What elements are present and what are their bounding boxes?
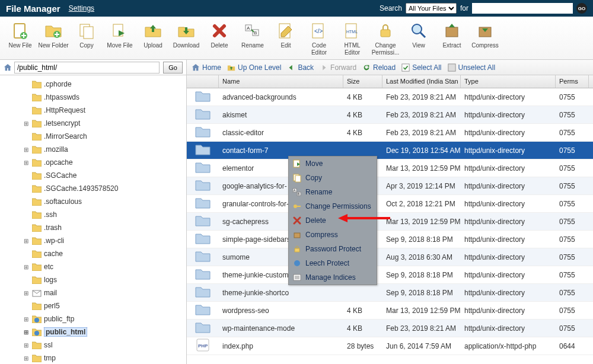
file-row[interactable]: simple-page-sidebarsSep 9, 2018 8:18 PMh… <box>187 231 593 248</box>
toolbar-change-permissions[interactable]: Change Permissi... <box>370 19 401 58</box>
file-row[interactable]: wordpress-seo4 KBMar 13, 2019 12:59 PMht… <box>187 302 593 320</box>
tree-item[interactable]: .MirrorSearch <box>0 130 186 143</box>
tree-item[interactable]: ⊞public_html <box>0 325 186 339</box>
svg-rect-34 <box>296 206 301 207</box>
tree-item[interactable]: .trash <box>0 221 186 234</box>
file-row[interactable]: granular-controls-for-Oct 2, 2018 12:21 … <box>187 195 593 213</box>
ctx-leech-protect[interactable]: Leech Protect <box>289 256 377 270</box>
file-row[interactable]: elementorMar 13, 2019 12:59 PMhttpd/unix… <box>187 159 593 177</box>
file-row[interactable]: contact-form-7Dec 19, 2018 12:54 AMhttpd… <box>187 142 593 159</box>
ctx-compress[interactable]: Compress <box>289 228 377 242</box>
tree-item[interactable]: cache <box>0 247 186 260</box>
file-date: Sep 9, 2018 8:18 PM <box>382 271 461 279</box>
tree-item[interactable]: logs <box>0 273 186 286</box>
tree-item[interactable]: ⊞etc <box>0 260 186 273</box>
toolbar-delete[interactable]: Delete <box>204 19 235 52</box>
file-row[interactable]: classic-editor4 KBFeb 23, 2019 8:21 AMht… <box>187 124 593 142</box>
ctx-delete[interactable]: Delete <box>289 213 377 228</box>
file-date: Apr 3, 2019 12:14 PM <box>382 182 461 190</box>
nav-reload[interactable]: Reload <box>362 63 396 72</box>
expand-icon[interactable]: ⊞ <box>23 264 30 270</box>
ctx-change-permissions[interactable]: Change Permissions <box>289 199 377 213</box>
nav-unselect-all[interactable]: Unselect All <box>448 63 496 72</box>
col-type: Type <box>461 75 556 88</box>
tree-item[interactable]: .htpasswds <box>0 91 186 104</box>
folder-tree[interactable]: .cphorde.htpasswds.HttpRequest⊞.letsencr… <box>0 75 186 364</box>
tree-item[interactable]: ⊞ssl <box>0 339 186 352</box>
ctx-rename[interactable]: ABRename <box>289 185 377 199</box>
tree-item[interactable]: ⊞.letsencrypt <box>0 117 186 130</box>
path-go-button[interactable]: Go <box>163 62 183 74</box>
toolbar-view[interactable]: View <box>403 19 434 52</box>
file-list[interactable]: advanced-backgrounds4 KBFeb 23, 2019 8:2… <box>187 88 593 355</box>
tree-label: .SGCache <box>44 171 76 180</box>
file-date: Mar 13, 2019 12:59 PM <box>382 164 461 173</box>
expand-icon[interactable]: ⊞ <box>23 146 30 153</box>
toolbar-new-folder[interactable]: New Folder <box>38 19 69 52</box>
nav-up-one-level[interactable]: Up One Level <box>227 63 281 72</box>
tree-item[interactable]: perl5 <box>0 299 186 312</box>
file-type: httpd/unix-directory <box>461 164 556 173</box>
expand-icon[interactable]: ⊞ <box>23 238 30 244</box>
settings-link[interactable]: Settings <box>69 4 94 12</box>
file-row[interactable]: wp-maintenance-mode4 KBFeb 23, 2019 8:21… <box>187 320 593 337</box>
nav-back[interactable]: Back <box>287 63 314 72</box>
toolbar-move-file[interactable]: Move File <box>104 19 135 52</box>
toolbar-copy[interactable]: Copy <box>71 19 102 52</box>
tree-item[interactable]: .HttpRequest <box>0 104 186 117</box>
toolbar-download[interactable]: Download <box>171 19 202 52</box>
expand-icon[interactable]: ⊞ <box>23 316 30 323</box>
ctx-move[interactable]: Move <box>289 157 377 171</box>
tree-item[interactable]: ⊞.mozilla <box>0 143 186 156</box>
ctx-manage-indices[interactable]: Manage Indices <box>289 270 377 285</box>
toolbar-new-file[interactable]: New File <box>5 19 36 52</box>
tree-item[interactable]: ⊞tmp <box>0 352 186 364</box>
toolbar-code-editor[interactable]: </>Code Editor <box>304 19 334 58</box>
expand-icon[interactable]: ⊞ <box>23 120 30 127</box>
nav-select-all[interactable]: Select All <box>401 63 441 72</box>
search-input[interactable] <box>472 3 573 14</box>
tree-label: .SGCache.1493578520 <box>44 184 118 193</box>
expand-icon[interactable]: ⊞ <box>23 290 30 296</box>
toolbar-compress[interactable]: Compress <box>470 19 500 52</box>
file-table-header[interactable]: Name Size Last Modified (India Stan Type… <box>187 75 593 88</box>
file-row[interactable]: theme-junkie-shortcoSep 9, 2018 8:18 PMh… <box>187 284 593 302</box>
tree-item[interactable]: ⊞mail <box>0 286 186 299</box>
expand-icon[interactable]: ⊞ <box>23 159 30 166</box>
file-row[interactable]: advanced-backgrounds4 KBFeb 23, 2019 8:2… <box>187 88 593 106</box>
move-icon <box>292 159 302 168</box>
folder-icon <box>195 267 211 282</box>
ctx-password-protect[interactable]: Password Protect <box>289 242 377 256</box>
toolbar-upload[interactable]: Upload <box>138 19 168 52</box>
toolbar-edit[interactable]: Edit <box>270 19 301 52</box>
expand-icon[interactable]: ⊞ <box>23 342 30 349</box>
tree-item[interactable]: .softaculous <box>0 195 186 208</box>
tree-item[interactable]: .SGCache.1493578520 <box>0 182 186 195</box>
tree-item[interactable]: .ssh <box>0 208 186 221</box>
path-input[interactable] <box>14 62 160 74</box>
tree-item[interactable]: ⊞.wp-cli <box>0 234 186 247</box>
toolbar-extract[interactable]: Extract <box>436 19 467 52</box>
file-type: httpd/unix-directory <box>461 111 556 119</box>
file-row[interactable]: sg-cachepressMar 13, 2019 12:59 PMhttpd/… <box>187 213 593 231</box>
nav-forward[interactable]: Forward <box>320 63 356 72</box>
file-row[interactable]: theme-junkie-customSep 9, 2018 8:18 PMht… <box>187 266 593 284</box>
search-scope-select[interactable]: All Your Files <box>406 3 457 14</box>
toolbar-rename[interactable]: ABRename <box>237 19 268 52</box>
tree-item[interactable]: ⊞public_ftp <box>0 312 186 325</box>
expand-icon[interactable]: ⊞ <box>23 355 30 362</box>
tree-item[interactable]: ⊞.opcache <box>0 156 186 169</box>
tree-item[interactable]: .cphorde <box>0 78 186 91</box>
toolbar-html-editor[interactable]: HTMLHTML Editor <box>337 19 368 58</box>
expand-icon[interactable]: ⊞ <box>23 329 30 336</box>
context-menu[interactable]: MoveCopyABRenameChange PermissionsDelete… <box>288 156 377 285</box>
ctx-label: Rename <box>305 188 332 196</box>
nav-home[interactable]: Home <box>192 63 221 72</box>
file-row[interactable]: akismet4 KBFeb 23, 2019 8:21 AMhttpd/uni… <box>187 106 593 124</box>
file-row[interactable]: google-analytics-for-Apr 3, 2019 12:14 P… <box>187 177 593 195</box>
ctx-copy[interactable]: Copy <box>289 171 377 185</box>
tree-item[interactable]: .SGCache <box>0 169 186 182</box>
go-button[interactable]: GO <box>576 3 587 14</box>
file-row[interactable]: sumomeAug 3, 2018 6:30 AMhttpd/unix-dire… <box>187 248 593 266</box>
file-row[interactable]: PHPindex.php28 bytesJun 6, 2014 7:59 AMa… <box>187 337 593 355</box>
